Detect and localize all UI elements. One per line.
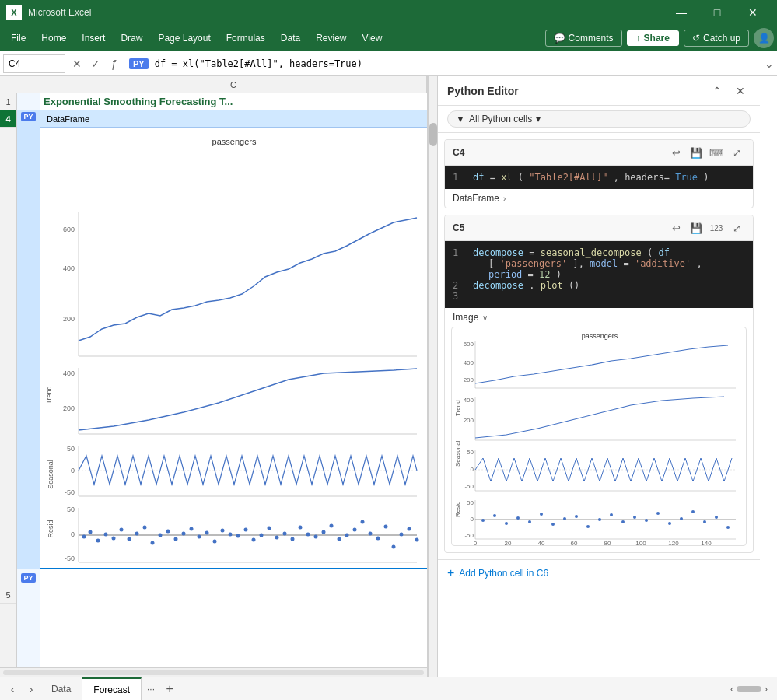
menu-data[interactable]: Data — [273, 30, 308, 47]
expand-formula-button[interactable]: ⌄ — [765, 58, 774, 70]
filter-icon: ▼ — [456, 114, 465, 124]
col-b-row4: PY — [17, 110, 40, 569]
svg-text:-50: -50 — [464, 483, 474, 490]
svg-point-33 — [143, 526, 147, 530]
code-block-c4-header: C4 ↩ 💾 ⌨ ⤢ — [445, 140, 753, 166]
menu-file[interactable]: File — [3, 30, 33, 47]
decompose-chart: passengers 600 400 200 Trend — [44, 131, 425, 566]
svg-text:200: 200 — [63, 404, 75, 412]
c5-line-1b: [ 'passengers' ], model = 'additive' , — [453, 258, 745, 269]
svg-point-59 — [345, 534, 349, 537]
svg-text:Resid: Resid — [454, 502, 461, 517]
vscroll-thumb[interactable] — [429, 123, 437, 146]
titlebar: X Microsoft Excel — □ ✕ — [0, 0, 777, 25]
svg-point-60 — [353, 528, 357, 532]
panel-chart-svg: passengers 600 400 200 Trend 400 200 — [452, 327, 744, 545]
panel-close-button[interactable]: ✕ — [730, 81, 751, 101]
sheet-scroll-right[interactable]: › — [22, 677, 40, 700]
comments-button[interactable]: 💬 Comments — [545, 30, 622, 47]
sheet-tab-forecast[interactable]: Forecast — [82, 677, 142, 700]
vscroll[interactable] — [428, 76, 437, 677]
c4-save-button[interactable]: 💾 — [688, 144, 705, 161]
c5-output-bar[interactable]: Image ∨ — [445, 308, 753, 327]
menu-draw[interactable]: Draw — [113, 30, 150, 47]
svg-point-31 — [128, 537, 131, 541]
c5-expand-button[interactable]: ⤢ — [728, 219, 745, 236]
svg-point-55 — [314, 535, 318, 539]
svg-text:0: 0 — [471, 516, 474, 523]
svg-point-123 — [726, 526, 730, 529]
svg-point-113 — [610, 513, 613, 516]
sheet-scroll-left[interactable]: ‹ — [3, 677, 22, 700]
c5-code-content[interactable]: 1 decompose = seasonal_decompose ( df [ — [445, 241, 753, 308]
svg-point-47 — [252, 538, 256, 542]
c4-code-content[interactable]: 1 df = xl ( "Table2[#All]" , headers= Tr… — [445, 166, 753, 189]
svg-point-112 — [598, 518, 601, 521]
catchup-button[interactable]: ↺ Catch up — [684, 30, 749, 47]
panel-collapse-button[interactable]: ⌃ — [707, 81, 727, 101]
menu-review[interactable]: Review — [308, 30, 354, 47]
py-badge-row5: PY — [21, 573, 35, 583]
comment-icon: 💬 — [554, 33, 565, 44]
close-button[interactable]: ✕ — [735, 0, 771, 25]
sheet-tab-data[interactable]: Data — [40, 677, 82, 700]
svg-point-41 — [205, 531, 209, 535]
scroll-thumb — [737, 686, 761, 692]
formula-content[interactable]: df = xl("Table2[#All]", headers=True) — [155, 58, 761, 69]
svg-point-106 — [528, 520, 531, 523]
c4-expand-button[interactable]: ⤢ — [728, 144, 745, 161]
formula-confirm-icon[interactable]: ✓ — [87, 55, 104, 72]
menu-home[interactable]: Home — [33, 30, 74, 47]
menu-insert[interactable]: Insert — [74, 30, 113, 47]
c5-save-button[interactable]: 💾 — [688, 219, 705, 236]
hscroll-area[interactable] — [0, 667, 427, 677]
menu-view[interactable]: View — [355, 30, 390, 47]
code-block-c4: C4 ↩ 💾 ⌨ ⤢ 1 df = xl — [444, 139, 754, 208]
svg-text:0: 0 — [71, 467, 75, 474]
app-icon: X — [6, 5, 22, 20]
svg-text:50: 50 — [467, 449, 474, 456]
share-button[interactable]: ↑ Share — [627, 30, 679, 46]
user-avatar[interactable]: 👤 — [754, 28, 774, 48]
window-controls: — □ ✕ — [663, 0, 771, 25]
cell-reference[interactable]: C4 — [3, 54, 65, 73]
row5-cell — [40, 569, 427, 586]
c4-undo-button[interactable]: ↩ — [667, 144, 684, 161]
hscroll-track — [3, 670, 424, 675]
c4-output-bar[interactable]: DataFrame › — [445, 189, 753, 208]
svg-text:Seasonal: Seasonal — [454, 440, 461, 467]
add-python-cell-button[interactable]: + Add Python cell in C6 — [438, 559, 760, 586]
maximize-button[interactable]: □ — [699, 0, 735, 25]
corner-cell — [0, 76, 40, 93]
svg-text:Trend: Trend — [45, 386, 53, 404]
code-block-c5: C5 ↩ 💾 123 ⤢ 1 decompose = seas — [444, 215, 754, 553]
scroll-right-arrow[interactable]: › — [765, 684, 768, 695]
minimize-button[interactable]: — — [663, 0, 699, 25]
sheet-tab-add[interactable]: + — [160, 677, 179, 700]
svg-point-57 — [330, 524, 334, 528]
svg-point-51 — [283, 532, 287, 536]
panel-actions: ⌃ ✕ — [707, 81, 751, 101]
c4-actions: ↩ 💾 ⌨ ⤢ — [667, 144, 745, 161]
c5-ref-button[interactable]: 123 — [708, 219, 725, 236]
python-editor-panel: Python Editor ⌃ ✕ ▼ All Python cells ▾ C… — [437, 76, 760, 677]
menu-formulas[interactable]: Formulas — [219, 30, 273, 47]
c5-label: C5 — [453, 222, 667, 233]
svg-point-29 — [112, 537, 116, 541]
c4-ref-button[interactable]: ⌨ — [708, 144, 725, 161]
c5-line-1c: period = 12 ) — [453, 269, 745, 280]
formula-insert-icon[interactable]: ƒ — [106, 55, 123, 72]
formula-cancel-icon[interactable]: ✕ — [68, 55, 86, 72]
sheet-tab-more[interactable]: ··· — [142, 677, 160, 700]
svg-point-28 — [104, 533, 108, 537]
menu-pagelayout[interactable]: Page Layout — [150, 30, 218, 47]
scroll-left-arrow[interactable]: ‹ — [730, 684, 733, 695]
svg-text:50: 50 — [467, 499, 474, 506]
formula-icons: ✕ ✓ ƒ — [68, 55, 123, 72]
c5-undo-button[interactable]: ↩ — [667, 219, 684, 236]
svg-point-50 — [275, 536, 279, 540]
share-icon: ↑ — [636, 33, 641, 44]
svg-point-108 — [551, 523, 555, 526]
svg-point-43 — [221, 529, 225, 533]
all-python-cells-filter[interactable]: ▼ All Python cells ▾ — [447, 110, 751, 128]
